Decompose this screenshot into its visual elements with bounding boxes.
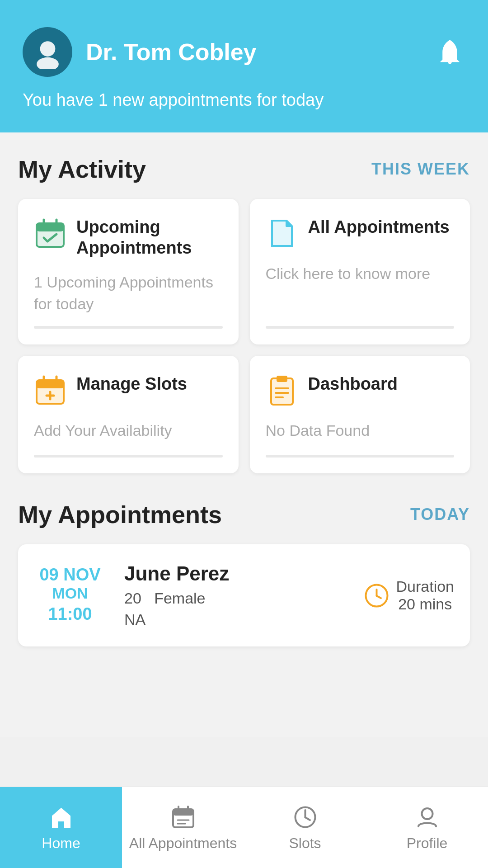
- doctor-name: Dr. Tom Cobley: [86, 38, 257, 66]
- svg-rect-9: [37, 380, 64, 388]
- appointments-section: My Appointments TODAY 09 NOV MON 11:00 J…: [18, 500, 470, 646]
- upcoming-appointments-card-body: 1 Upcoming Appointments for today: [34, 272, 223, 315]
- svg-point-1: [37, 57, 59, 69]
- nav-clock-icon: [291, 803, 319, 830]
- svg-point-0: [40, 41, 55, 57]
- appointments-title: My Appointments: [18, 500, 222, 528]
- svg-rect-4: [37, 223, 64, 231]
- card-header: Upcoming Appointments: [34, 217, 223, 258]
- clock-icon: [364, 583, 389, 608]
- patient-name: June Perez: [124, 562, 346, 585]
- clipboard-icon: [266, 374, 298, 406]
- header-left: Dr. Tom Cobley: [23, 27, 257, 77]
- nav-person-icon: [413, 803, 441, 830]
- nav-home[interactable]: Home: [0, 787, 122, 868]
- nav-slots[interactable]: Slots: [244, 787, 366, 868]
- home-icon: [47, 803, 75, 830]
- card-header: Manage Slots: [34, 374, 223, 406]
- dashboard-card-body: No Data Found: [266, 420, 455, 443]
- header-top: Dr. Tom Cobley: [23, 27, 465, 77]
- patient-details: 20 Female: [124, 590, 346, 607]
- upcoming-appointments-card[interactable]: Upcoming Appointments 1 Upcoming Appoint…: [18, 199, 239, 344]
- appointment-day: 09 NOV: [34, 566, 106, 583]
- card-footer-bar: [34, 455, 223, 458]
- all-appointments-card-body: Click here to know more: [266, 263, 455, 315]
- upcoming-appointments-card-title: Upcoming Appointments: [76, 217, 223, 258]
- document-icon: [266, 217, 298, 250]
- nav-all-appointments-label: All Appointments: [129, 835, 237, 852]
- svg-rect-24: [173, 809, 193, 816]
- card-footer-bar: [266, 326, 455, 329]
- card-footer-bar: [34, 326, 223, 329]
- appointment-dow: MON: [34, 583, 106, 603]
- svg-rect-14: [271, 378, 293, 405]
- nav-all-appointments[interactable]: All Appointments: [122, 787, 244, 868]
- appointment-date: 09 NOV MON 11:00: [34, 566, 106, 626]
- bell-icon[interactable]: [434, 36, 465, 68]
- activity-grid: Upcoming Appointments 1 Upcoming Appoint…: [18, 199, 470, 473]
- dashboard-card[interactable]: Dashboard No Data Found: [250, 356, 470, 473]
- svg-line-22: [377, 596, 381, 598]
- header: Dr. Tom Cobley You have 1 new appointmen…: [0, 0, 488, 132]
- duration-text: Duration20 mins: [396, 578, 454, 613]
- appointment-info: June Perez 20 Female NA: [124, 562, 346, 628]
- svg-line-31: [305, 817, 310, 820]
- dashboard-card-title: Dashboard: [308, 374, 398, 395]
- main-content: My Activity THIS WEEK Upcoming Appointme…: [0, 132, 488, 737]
- header-subtitle: You have 1 new appointments for today: [23, 90, 465, 110]
- bottom-nav: Home All Appointments Slots: [0, 787, 488, 868]
- activity-title: My Activity: [18, 155, 146, 183]
- manage-slots-card-title: Manage Slots: [76, 374, 187, 395]
- card-footer-bar: [266, 455, 455, 458]
- svg-point-32: [422, 808, 432, 819]
- appointment-duration: Duration20 mins: [364, 578, 454, 613]
- appointments-section-header: My Appointments TODAY: [18, 500, 470, 528]
- manage-slots-card[interactable]: Manage Slots Add Your Availability: [18, 356, 239, 473]
- card-header: Dashboard: [266, 374, 455, 406]
- nav-home-label: Home: [42, 835, 80, 852]
- all-appointments-card-title: All Appointments: [308, 217, 450, 238]
- patient-note: NA: [124, 611, 346, 628]
- nav-calendar-icon: [169, 803, 197, 830]
- nav-profile[interactable]: Profile: [366, 787, 488, 868]
- manage-slots-card-body: Add Your Availability: [34, 420, 223, 443]
- appointments-filter: TODAY: [410, 505, 470, 524]
- nav-slots-label: Slots: [289, 835, 321, 852]
- avatar: [23, 27, 72, 77]
- calendar-check-icon: [34, 217, 66, 250]
- activity-filter: THIS WEEK: [371, 160, 470, 179]
- calendar-add-icon: [34, 374, 66, 406]
- all-appointments-card[interactable]: All Appointments Click here to know more: [250, 199, 470, 344]
- appointment-time: 11:00: [34, 603, 106, 625]
- activity-section-header: My Activity THIS WEEK: [18, 155, 470, 183]
- appointment-item[interactable]: 09 NOV MON 11:00 June Perez 20 Female NA…: [18, 544, 470, 646]
- card-header: All Appointments: [266, 217, 455, 250]
- nav-profile-label: Profile: [407, 835, 448, 852]
- svg-rect-16: [277, 376, 287, 382]
